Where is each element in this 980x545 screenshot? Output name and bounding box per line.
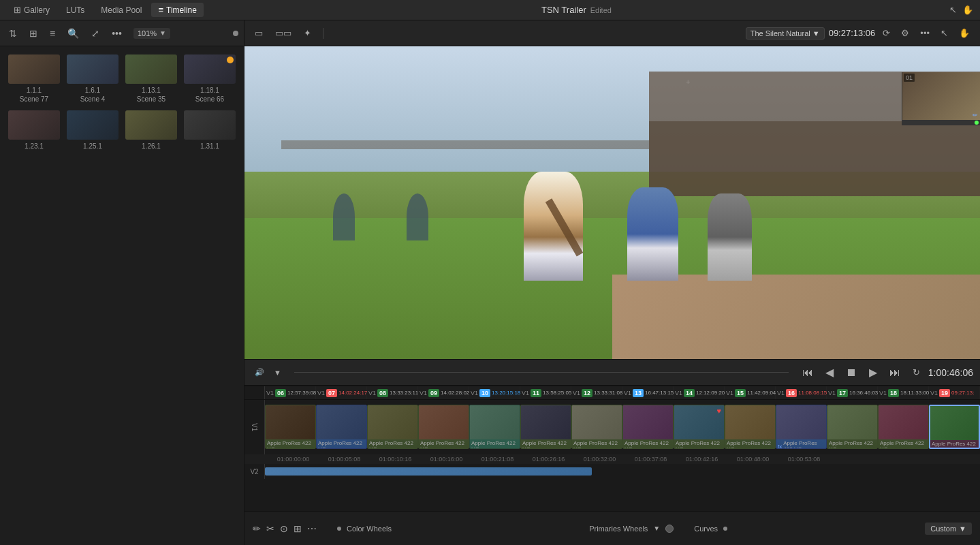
clip-num-19: 19 [939,389,950,397]
list-item[interactable]: 1.13.1Scene 35 [125,54,177,104]
sort-icon[interactable]: ⇅ [5,26,20,41]
loop-btn[interactable]: ↻ [908,365,924,379]
cursor-icon[interactable]: ↖ [937,27,951,40]
dot-tool-icon[interactable]: ⊙ [280,523,288,534]
list-view-icon[interactable]: ≡ [46,26,59,41]
grid-view-icon[interactable]: ⊞ [26,26,41,41]
preset-chevron: ▼ [812,29,820,37]
video-player[interactable]: + [244,46,980,359]
table-row[interactable]: Apple ProRes 422 HQ ♥ [674,405,725,449]
go-to-start-btn[interactable]: ⏮ [798,364,817,381]
v2-track-row: V2 [244,464,980,479]
tab-luts[interactable]: LUTs [59,3,91,17]
tab-timeline[interactable]: ≡ Timeline [151,3,204,17]
viewer-mode-3[interactable]: ✦ [300,27,315,40]
main-layout: ⇅ ⊞ ≡ 🔍 ⤢ ••• 101% ▼ 1.1.1Scene 77 1.6.1… [0,20,980,545]
track-v1-label: V1 [726,390,733,396]
audio-dropdown[interactable]: ▼ [270,367,285,378]
scissors-tool-icon[interactable]: ✂ [266,523,274,534]
stop-btn[interactable]: ⏹ [842,364,861,381]
list-item[interactable]: 1.1.1Scene 77 [8,54,60,104]
tc-mark: 01:00:10:16 [370,456,421,463]
hand-icon[interactable]: ✋ [955,27,973,40]
clip-codec-label: Apple ProRes 422 HQ [879,439,928,449]
grid-tool-icon[interactable]: ⋯ [307,523,317,534]
expand-icon[interactable]: ⤢ [88,26,103,41]
preset-selector[interactable]: The Silent Natural ▼ [746,27,825,40]
track-v1-label: V1 [420,390,427,396]
thumb-scene: Scene 66 [195,95,224,103]
table-row[interactable]: Apple ProRes 422 HQ [418,405,469,449]
list-item[interactable]: 1.23.1 [8,110,60,151]
zoom-selector[interactable]: 101% ▼ [133,28,170,39]
scene-grass [244,218,980,359]
table-row[interactable]: Apple ProRes 422 HQ [520,405,571,449]
more-icon[interactable]: ••• [108,26,125,41]
track-v1-label: V1 [930,390,938,396]
table-row[interactable]: Apple ProRes 422 HQ [316,405,367,449]
primaries-chevron[interactable]: ▼ [653,525,660,532]
table-row[interactable]: fx Apple ProRes 422 HQ [776,405,827,449]
viewer-mode-2[interactable]: ▭▭ [272,27,295,40]
list-item[interactable]: 1.25.1 [67,110,118,151]
cursor-tool-icon[interactable]: ↖ [949,5,957,15]
clip-header-09: V1 09 14:02:28:02 [418,386,469,399]
gallery-icon: ⊞ [14,5,21,15]
table-row[interactable]: Apple ProRes 422 HQ [827,405,878,449]
clip-num-14: 14 [684,389,695,397]
clip-tc-19: 09:27:13: [951,390,974,396]
clip-num-08: 08 [377,389,388,397]
table-row[interactable]: Apple ProRes 422 HQ [367,405,418,449]
more-options-icon[interactable]: ••• [917,27,933,40]
primaries-check[interactable] [665,525,674,533]
fx-indicator: fx [778,443,782,450]
list-item[interactable]: 1.6.1Scene 4 [67,54,118,104]
tab-media-pool[interactable]: Media Pool [94,3,148,17]
clip-thumbnail [879,405,928,439]
fence-row [281,140,649,150]
list-item[interactable]: 1.26.1 [125,110,177,151]
clip-codec-label: Apple ProRes 422 HQ [317,439,366,449]
clip-tc-12: 13:33:31:08 [594,390,622,396]
pencil-tool-icon[interactable]: ✏ [253,523,261,534]
clip-thumbnail [623,405,673,439]
viewer-toolbar: ▭ ▭▭ ✦ The Silent Natural ▼ 09:27:13:06 … [244,20,980,46]
panel-toolbar: ⇅ ⊞ ≡ 🔍 ⤢ ••• 101% ▼ [0,20,244,46]
table-row[interactable]: Apple ProRes 422 HQ [725,405,776,449]
custom-dropdown[interactable]: Custom ▼ [925,523,972,535]
play-btn[interactable]: ▶ [865,364,881,381]
video-scene [244,46,980,359]
source-timecode[interactable]: 09:27:13:06 [829,28,876,38]
table-row[interactable]: Apple ProRes 422 HQ [265,405,316,449]
viewer-mode-1[interactable]: ▭ [251,27,266,40]
list-item[interactable]: 1.18.1Scene 66 [184,54,236,104]
table-row[interactable]: Apple ProRes 422 HQ [469,405,520,449]
settings-icon[interactable]: ⚙ [898,27,913,40]
clip-header-13: V1 13 16:47:13:15 [622,386,674,399]
sync-icon[interactable]: ⟳ [879,27,894,40]
table-row[interactable]: Apple ProRes 422 HQ [622,405,674,449]
table-row[interactable]: Apple ProRes 422 HQ [929,405,980,449]
layers-tool-icon[interactable]: ⊞ [294,523,302,534]
color-wheels-dot [337,527,341,531]
thumbnail-image [125,54,177,84]
clip-tc-06: 12:57:39:08 [287,390,316,396]
tc-mark: 01:00:37:08 [625,456,676,463]
right-panel: ▭ ▭▭ ✦ The Silent Natural ▼ 09:27:13:06 … [244,20,980,545]
tab-gallery[interactable]: ⊞ Gallery [7,3,57,17]
clip-tc-13: 16:47:13:15 [645,390,674,396]
transport-separator [294,372,789,373]
clip-header-10: V1 10 13:20:15:18 [469,386,520,399]
mini-preview-edit[interactable]: ✏ [973,112,978,119]
table-row[interactable]: Apple ProRes 422 HQ [878,405,929,449]
list-item[interactable]: 1.31.1 [184,110,236,151]
clip-num-11: 11 [531,389,541,397]
v1-clips-container[interactable]: Apple ProRes 422 HQ Apple ProRes 422 HQ … [265,400,980,454]
audio-icon[interactable]: 🔊 [251,367,268,378]
search-icon[interactable]: 🔍 [64,26,82,41]
go-to-end-btn[interactable]: ⏭ [885,364,904,381]
clip-thumbnail [930,406,979,440]
hand-tool-icon[interactable]: ✋ [962,5,973,15]
step-back-btn[interactable]: ◀ [821,364,838,381]
table-row[interactable]: Apple ProRes 422 HQ [571,405,622,449]
